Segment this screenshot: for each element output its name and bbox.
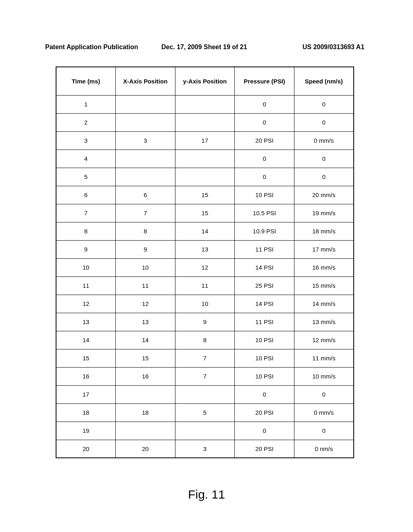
cell-time: 1	[56, 95, 116, 113]
cell-x: 18	[116, 403, 175, 422]
cell-x: 20	[116, 440, 175, 458]
table-row: 991311 PSI17 mm/s	[56, 240, 354, 258]
cell-speed: 19 mm/s	[294, 204, 354, 222]
table-row: 881410.9 PSI18 mm/s	[56, 222, 354, 240]
date-sheet-label: Dec. 17, 2009 Sheet 19 of 21	[161, 44, 247, 51]
cell-time: 8	[56, 222, 116, 240]
cell-pressure: 0	[235, 168, 294, 186]
cell-time: 3	[56, 131, 116, 150]
cell-x	[116, 422, 175, 440]
cell-time: 19	[56, 422, 116, 440]
cell-speed: 0	[294, 95, 354, 113]
table-row: 1900	[56, 422, 354, 440]
table-row: 10101214 PSI16 mm/s	[56, 258, 354, 276]
figure-label: Fig. 11	[0, 488, 413, 501]
cell-pressure: 0	[235, 113, 294, 131]
cell-speed: 10 mm/s	[294, 367, 354, 385]
cell-speed: 0 mm/s	[294, 131, 354, 150]
cell-x: 3	[116, 131, 175, 150]
cell-pressure: 10 PSI	[235, 186, 294, 204]
cell-y: 12	[175, 258, 235, 276]
cell-pressure: 0	[235, 150, 294, 168]
cell-speed: 0	[294, 150, 354, 168]
publication-label: Patent Application Publication	[45, 44, 138, 51]
cell-x	[116, 113, 175, 131]
cell-pressure: 10 PSI	[235, 349, 294, 367]
cell-time: 15	[56, 349, 116, 367]
cell-y: 17	[175, 131, 235, 150]
cell-y: 7	[175, 367, 235, 385]
cell-time: 12	[56, 295, 116, 313]
table-row: 11111125 PSI15 mm/s	[56, 276, 354, 295]
cell-pressure: 11 PSI	[235, 240, 294, 258]
cell-time: 7	[56, 204, 116, 222]
table-row: 1515710 PSI11 mm/s	[56, 349, 354, 367]
cell-y: 10	[175, 295, 235, 313]
cell-pressure: 14 PSI	[235, 295, 294, 313]
cell-pressure: 10 PSI	[235, 331, 294, 349]
cell-speed: 14 mm/s	[294, 295, 354, 313]
cell-x	[116, 385, 175, 403]
cell-speed: 11 mm/s	[294, 349, 354, 367]
cell-y	[175, 113, 235, 131]
cell-y: 13	[175, 240, 235, 258]
table-row: 1616710 PSI10 mm/s	[56, 367, 354, 385]
table-body: 100200331720 PSI0 mm/s400500661510 PSI20…	[56, 95, 354, 458]
cell-speed: 0	[294, 113, 354, 131]
header-y-axis: y-Axis Position	[175, 67, 235, 95]
cell-time: 10	[56, 258, 116, 276]
table-row: 2020320 PSI0 nm/s	[56, 440, 354, 458]
cell-x: 14	[116, 331, 175, 349]
table-row: 331720 PSI0 mm/s	[56, 131, 354, 150]
cell-x: 13	[116, 313, 175, 331]
cell-x	[116, 150, 175, 168]
cell-time: 2	[56, 113, 116, 131]
cell-x: 8	[116, 222, 175, 240]
cell-x: 9	[116, 240, 175, 258]
cell-pressure: 10.9 PSI	[235, 222, 294, 240]
cell-y: 11	[175, 276, 235, 295]
table-row: 1818520 PSI0 mm/s	[56, 403, 354, 422]
cell-speed: 0	[294, 168, 354, 186]
table-row: 1313911 PSI13 mm/s	[56, 313, 354, 331]
table-row: 400	[56, 150, 354, 168]
table-row: 500	[56, 168, 354, 186]
cell-speed: 12 mm/s	[294, 331, 354, 349]
table-row: 1700	[56, 385, 354, 403]
cell-time: 4	[56, 150, 116, 168]
header-time: Time (ms)	[56, 67, 116, 95]
cell-y: 15	[175, 186, 235, 204]
cell-time: 20	[56, 440, 116, 458]
table-row: 771510.5 PSI19 mm/s	[56, 204, 354, 222]
cell-pressure: 0	[235, 95, 294, 113]
table-row: 1414810 PSI12 mm/s	[56, 331, 354, 349]
cell-speed: 0	[294, 422, 354, 440]
cell-speed: 0	[294, 385, 354, 403]
cell-x	[116, 168, 175, 186]
cell-x: 15	[116, 349, 175, 367]
table-header-row: Time (ms) X-Axis Position y-Axis Positio…	[56, 67, 354, 95]
cell-speed: 13 mm/s	[294, 313, 354, 331]
cell-y	[175, 95, 235, 113]
cell-pressure: 25 PSI	[235, 276, 294, 295]
cell-time: 11	[56, 276, 116, 295]
header-speed: Speed (nm/s)	[294, 67, 354, 95]
cell-time: 13	[56, 313, 116, 331]
cell-y: 15	[175, 204, 235, 222]
cell-y: 8	[175, 331, 235, 349]
cell-time: 17	[56, 385, 116, 403]
cell-y	[175, 150, 235, 168]
cell-x: 10	[116, 258, 175, 276]
header-pressure: Pressure (PSI)	[235, 67, 294, 95]
cell-time: 18	[56, 403, 116, 422]
cell-pressure: 10 PSI	[235, 367, 294, 385]
cell-speed: 15 mm/s	[294, 276, 354, 295]
cell-time: 5	[56, 168, 116, 186]
table-row: 200	[56, 113, 354, 131]
cell-speed: 20 mm/s	[294, 186, 354, 204]
cell-x: 7	[116, 204, 175, 222]
cell-x: 6	[116, 186, 175, 204]
cell-pressure: 14 PSI	[235, 258, 294, 276]
cell-speed: 18 mm/s	[294, 222, 354, 240]
cell-pressure: 20 PSI	[235, 440, 294, 458]
